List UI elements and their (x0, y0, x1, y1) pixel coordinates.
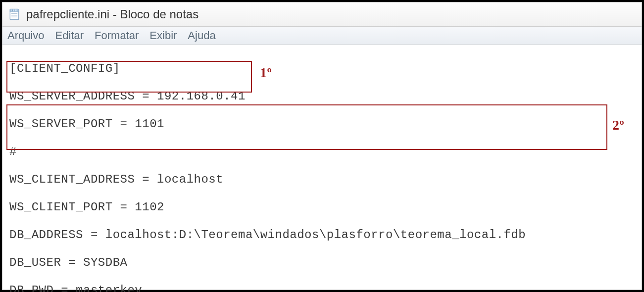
ini-line: WS_CLIENT_PORT = 1102 (9, 200, 637, 214)
notepad-window: pafrepcliente.ini - Bloco de notas Arqui… (2, 2, 642, 290)
ini-line: DB_PWD = masterkey (9, 284, 637, 292)
menubar: Arquivo Editar Formatar Exibir Ajuda (2, 27, 642, 45)
ini-line: WS_SERVER_ADDRESS = 192.168.0.41 (9, 90, 637, 103)
ini-line: WS_SERVER_PORT = 1101 (9, 117, 637, 131)
outer-border: pafrepcliente.ini - Bloco de notas Arqui… (0, 0, 644, 292)
menu-editar[interactable]: Editar (55, 29, 84, 42)
notepad-icon (7, 7, 21, 21)
titlebar: pafrepcliente.ini - Bloco de notas (2, 2, 642, 27)
menu-exibir[interactable]: Exibir (149, 29, 177, 42)
ini-line: # (9, 145, 637, 159)
text-area[interactable]: [CLIENT_CONFIG] WS_SERVER_ADDRESS = 192.… (2, 45, 642, 292)
menu-arquivo[interactable]: Arquivo (7, 29, 45, 42)
window-title: pafrepcliente.ini - Bloco de notas (26, 7, 198, 21)
menu-ajuda[interactable]: Ajuda (188, 29, 215, 42)
ini-line: DB_ADDRESS = localhost:D:\Teorema\windad… (9, 228, 637, 242)
menu-formatar[interactable]: Formatar (95, 29, 139, 42)
ini-line: [CLIENT_CONFIG] (9, 62, 637, 76)
ini-line: WS_CLIENT_ADDRESS = localhost (9, 173, 637, 187)
ini-line: DB_USER = SYSDBA (9, 256, 637, 270)
